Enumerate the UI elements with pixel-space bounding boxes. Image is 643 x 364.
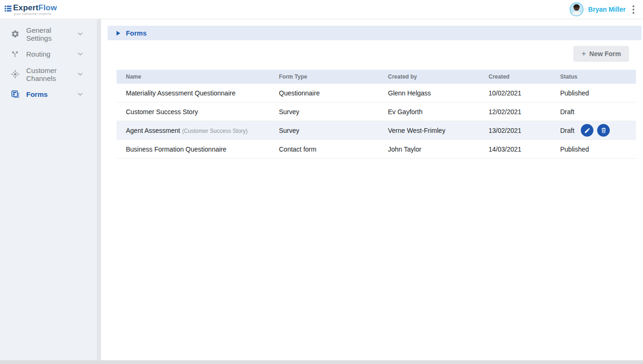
forms-window-icon xyxy=(10,90,20,99)
sidebar-item-label: Customer Channels xyxy=(26,66,78,82)
avatar[interactable] xyxy=(570,2,584,16)
trash-icon xyxy=(600,127,607,134)
sidebar-scrollbar[interactable] xyxy=(97,19,101,360)
brand-tagline: your callcenter experts xyxy=(13,12,57,15)
user-name[interactable]: Bryan Miller xyxy=(588,6,626,13)
app-window: ExpertFlow your callcenter experts Bryan… xyxy=(0,0,643,364)
form-name-text: Agent Assessment xyxy=(126,127,180,134)
new-form-button[interactable]: + New Form xyxy=(573,46,629,62)
chevron-down-icon xyxy=(78,93,83,96)
plus-icon: + xyxy=(581,49,586,58)
created-date: 14/03/2021 xyxy=(479,146,551,153)
form-name: Customer Success Story xyxy=(117,108,270,116)
created-by: Ev Gayforth xyxy=(379,108,479,116)
brand-name: ExpertFlow xyxy=(13,4,57,12)
form-type: Questionnaire xyxy=(270,89,379,97)
status: Draft xyxy=(551,108,636,116)
breadcrumb[interactable]: Forms xyxy=(108,26,642,40)
brand-name-light: Flow xyxy=(38,3,57,12)
flare-icon xyxy=(10,70,20,79)
triangle-right-icon xyxy=(117,31,120,36)
form-name: Materiality Assessment Questionnaire xyxy=(117,89,270,97)
created-date: 10/02/2021 xyxy=(479,89,551,97)
status-cell: Draft xyxy=(551,124,636,137)
table-row[interactable]: Materiality Assessment Questionnaire Que… xyxy=(117,84,636,102)
top-header: ExpertFlow your callcenter experts Bryan… xyxy=(0,0,643,19)
new-form-button-label: New Form xyxy=(589,50,621,58)
call-split-icon xyxy=(10,50,20,59)
column-header-created: Created xyxy=(479,73,551,80)
created-by: Glenn Helgass xyxy=(379,89,479,97)
status: Draft xyxy=(560,127,574,134)
edit-pencil-icon xyxy=(584,127,591,134)
form-type: Contact form xyxy=(270,146,379,153)
form-name: Agent Assessment(Customer Success Story) xyxy=(117,127,270,134)
body: General Settings Routing Customer Chan xyxy=(0,19,643,360)
column-header-form-type: Form Type xyxy=(270,73,379,80)
avatar-hair xyxy=(573,4,580,7)
created-by: Verne West-Frimley xyxy=(379,127,479,134)
chevron-down-icon xyxy=(78,52,83,56)
form-name-note: (Customer Success Story) xyxy=(182,128,248,134)
table-header-row: Name Form Type Created by Created Status xyxy=(117,70,636,84)
form-name: Business Formation Questionnaire xyxy=(117,146,270,153)
chevron-down-icon xyxy=(78,32,83,36)
sidebar-item-forms[interactable]: Forms xyxy=(0,84,97,104)
created-date: 13/02/2021 xyxy=(479,127,551,134)
created-by: John Taylor xyxy=(379,146,479,153)
brand-name-bold: Expert xyxy=(13,3,38,12)
sidebar-item-label: General Settings xyxy=(26,26,78,42)
sidebar-item-routing[interactable]: Routing xyxy=(0,44,97,64)
table-row[interactable]: Agent Assessment(Customer Success Story)… xyxy=(117,121,636,140)
forms-table: Name Form Type Created by Created Status… xyxy=(117,70,636,159)
sidebar-item-general-settings[interactable]: General Settings xyxy=(0,24,97,44)
created-date: 12/02/2021 xyxy=(479,108,551,116)
avatar-shirt xyxy=(571,11,582,16)
form-type: Survey xyxy=(270,127,379,134)
breadcrumb-label: Forms xyxy=(126,29,146,37)
chevron-down-icon xyxy=(78,73,83,76)
kebab-menu-icon[interactable] xyxy=(630,4,636,15)
sidebar: General Settings Routing Customer Chan xyxy=(0,19,97,360)
user-area: Bryan Miller xyxy=(570,2,636,16)
sidebar-item-label: Forms xyxy=(26,90,78,98)
status: Published xyxy=(551,89,636,97)
gear-icon xyxy=(10,29,20,39)
column-header-status: Status xyxy=(551,73,636,80)
expertflow-logo[interactable]: ExpertFlow your callcenter experts xyxy=(5,4,57,15)
horizontal-scrollbar[interactable] xyxy=(0,360,643,364)
expertflow-logo-icon xyxy=(5,5,12,14)
table-row[interactable]: Business Formation Questionnaire Contact… xyxy=(117,140,636,159)
status: Published xyxy=(551,146,636,153)
sidebar-item-customer-channels[interactable]: Customer Channels xyxy=(0,64,97,84)
table-row[interactable]: Customer Success Story Survey Ev Gayfort… xyxy=(117,102,636,121)
logo-text: ExpertFlow your callcenter experts xyxy=(13,4,57,15)
sidebar-item-label: Routing xyxy=(26,50,78,58)
form-type: Survey xyxy=(270,108,379,116)
main-content: Forms + New Form Name Form Type Created … xyxy=(101,19,643,360)
toolbar: + New Form xyxy=(101,46,629,62)
delete-button[interactable] xyxy=(597,124,610,137)
column-header-created-by: Created by xyxy=(379,73,479,80)
edit-button[interactable] xyxy=(581,124,593,137)
column-header-name: Name xyxy=(117,73,270,80)
